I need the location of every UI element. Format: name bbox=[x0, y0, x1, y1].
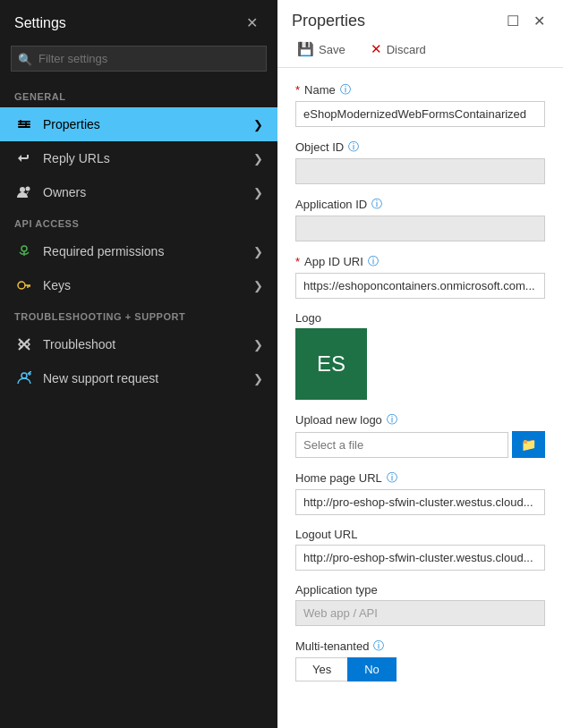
upload-browse-button[interactable]: 📁 bbox=[512, 431, 545, 458]
object-id-field-group: Object ID ⓘ bbox=[295, 140, 545, 184]
name-input[interactable] bbox=[295, 101, 545, 127]
properties-panel: Properties ☐ ✕ 💾 Save ✕ Discard * Name ⓘ bbox=[277, 0, 563, 728]
search-input[interactable] bbox=[11, 46, 267, 72]
sidebar-required-permissions-label: Required permissions bbox=[43, 244, 253, 258]
upload-file-input[interactable] bbox=[295, 432, 508, 458]
logout-url-field-group: Logout URL bbox=[295, 528, 545, 571]
maximize-button[interactable]: ☐ bbox=[503, 11, 523, 31]
app-id-uri-label: * App ID URI ⓘ bbox=[295, 254, 545, 269]
close-button[interactable]: ✕ bbox=[241, 13, 263, 33]
search-container: 🔍 bbox=[11, 46, 267, 72]
required-star: * bbox=[295, 83, 300, 97]
svg-point-7 bbox=[21, 246, 27, 251]
reply-urls-chevron-icon: ❯ bbox=[253, 152, 263, 165]
object-id-input bbox=[295, 158, 545, 184]
sidebar-item-required-permissions[interactable]: Required permissions ❯ bbox=[0, 234, 277, 268]
required-star-uri: * bbox=[295, 255, 300, 268]
app-id-uri-input[interactable] bbox=[295, 273, 545, 299]
panel-title: Settings bbox=[14, 15, 66, 31]
toggle-no-button[interactable]: No bbox=[347, 657, 397, 681]
svg-point-6 bbox=[26, 187, 30, 191]
sidebar-reply-urls-label: Reply URLs bbox=[43, 151, 253, 165]
reply-urls-icon bbox=[14, 151, 34, 165]
svg-rect-3 bbox=[20, 120, 21, 123]
required-permissions-icon bbox=[14, 244, 34, 258]
name-info-icon[interactable]: ⓘ bbox=[340, 82, 351, 97]
svg-rect-1 bbox=[18, 123, 30, 125]
troubleshoot-icon bbox=[14, 337, 34, 351]
upload-logo-info-icon[interactable]: ⓘ bbox=[387, 412, 397, 427]
app-id-info-icon[interactable]: ⓘ bbox=[371, 197, 382, 212]
sidebar-item-troubleshoot[interactable]: Troubleshoot ❯ bbox=[0, 327, 277, 361]
keys-icon bbox=[14, 278, 34, 292]
save-button[interactable]: 💾 Save bbox=[292, 38, 351, 60]
home-page-url-input[interactable] bbox=[295, 489, 545, 515]
multi-tenanted-label: Multi-tenanted ⓘ bbox=[295, 639, 545, 654]
troubleshoot-chevron-icon: ❯ bbox=[253, 338, 263, 351]
svg-line-11 bbox=[27, 252, 29, 254]
object-id-label: Object ID ⓘ bbox=[295, 140, 545, 155]
logo-label: Logo bbox=[295, 311, 545, 325]
sidebar-new-support-label: New support request bbox=[43, 371, 253, 385]
close-right-button[interactable]: ✕ bbox=[530, 11, 549, 31]
logo-field-group: Logo ES bbox=[295, 311, 545, 400]
form-area: * Name ⓘ Object ID ⓘ Application ID ⓘ bbox=[277, 68, 563, 728]
logout-url-input[interactable] bbox=[295, 545, 545, 571]
general-section-label: GENERAL bbox=[0, 82, 277, 107]
sidebar-item-new-support[interactable]: New support request ❯ bbox=[0, 361, 277, 395]
right-header: Properties ☐ ✕ bbox=[277, 0, 563, 31]
app-id-input bbox=[295, 216, 545, 241]
name-field-group: * Name ⓘ bbox=[295, 82, 545, 127]
sidebar-keys-label: Keys bbox=[43, 278, 253, 292]
troubleshooting-section-label: TROUBLESHOOTING + SUPPORT bbox=[0, 302, 277, 327]
upload-logo-label: Upload new logo ⓘ bbox=[295, 412, 545, 427]
search-icon: 🔍 bbox=[18, 52, 32, 65]
toolbar: 💾 Save ✕ Discard bbox=[277, 31, 563, 68]
new-support-icon bbox=[14, 371, 34, 385]
app-type-label: Application type bbox=[295, 583, 545, 597]
keys-chevron-icon: ❯ bbox=[253, 279, 263, 292]
sidebar-troubleshoot-label: Troubleshoot bbox=[43, 337, 253, 351]
sidebar-owners-label: Owners bbox=[43, 185, 253, 199]
multi-tenanted-toggle: Yes No bbox=[295, 657, 545, 681]
app-id-uri-field-group: * App ID URI ⓘ bbox=[295, 254, 545, 299]
app-type-field-group: Application type bbox=[295, 583, 545, 626]
home-page-url-label: Home page URL ⓘ bbox=[295, 470, 545, 486]
sidebar-properties-label: Properties bbox=[43, 117, 253, 131]
owners-chevron-icon: ❯ bbox=[253, 186, 263, 199]
sidebar-item-reply-urls[interactable]: Reply URLs ❯ bbox=[0, 141, 277, 175]
properties-icon bbox=[14, 117, 34, 131]
toggle-yes-button[interactable]: Yes bbox=[295, 657, 347, 681]
svg-point-12 bbox=[18, 282, 25, 289]
save-icon: 💾 bbox=[297, 41, 314, 57]
svg-line-10 bbox=[20, 252, 21, 254]
logo-text: ES bbox=[317, 351, 345, 377]
multi-tenanted-field-group: Multi-tenanted ⓘ Yes No bbox=[295, 639, 545, 681]
upload-logo-field-group: Upload new logo ⓘ 📁 bbox=[295, 412, 545, 458]
logo-display: ES bbox=[295, 328, 367, 400]
app-id-field-group: Application ID ⓘ bbox=[295, 197, 545, 241]
save-label: Save bbox=[319, 43, 345, 56]
properties-chevron-icon: ❯ bbox=[253, 118, 263, 131]
home-page-url-info-icon[interactable]: ⓘ bbox=[387, 470, 397, 486]
upload-browse-icon: 📁 bbox=[521, 437, 536, 452]
upload-row: 📁 bbox=[295, 431, 545, 458]
app-id-uri-info-icon[interactable]: ⓘ bbox=[368, 254, 379, 269]
sidebar-item-keys[interactable]: Keys ❯ bbox=[0, 268, 277, 302]
app-type-input bbox=[295, 600, 545, 626]
right-panel-title: Properties bbox=[292, 12, 365, 30]
object-id-info-icon[interactable]: ⓘ bbox=[348, 140, 359, 155]
discard-button[interactable]: ✕ Discard bbox=[365, 38, 431, 60]
panel-header: Settings ✕ bbox=[0, 0, 277, 46]
multi-tenanted-info-icon[interactable]: ⓘ bbox=[373, 639, 384, 654]
settings-panel: Settings ✕ 🔍 GENERAL Properties ❯ Reply … bbox=[0, 0, 277, 728]
svg-point-5 bbox=[20, 187, 25, 192]
owners-icon bbox=[14, 185, 34, 199]
sidebar-item-properties[interactable]: Properties ❯ bbox=[0, 107, 277, 141]
discard-icon: ✕ bbox=[371, 41, 382, 57]
svg-rect-2 bbox=[18, 126, 30, 128]
discard-label: Discard bbox=[387, 43, 426, 56]
right-header-icons: ☐ ✕ bbox=[503, 11, 549, 31]
sidebar-item-owners[interactable]: Owners ❯ bbox=[0, 175, 277, 209]
svg-rect-4 bbox=[25, 123, 27, 126]
